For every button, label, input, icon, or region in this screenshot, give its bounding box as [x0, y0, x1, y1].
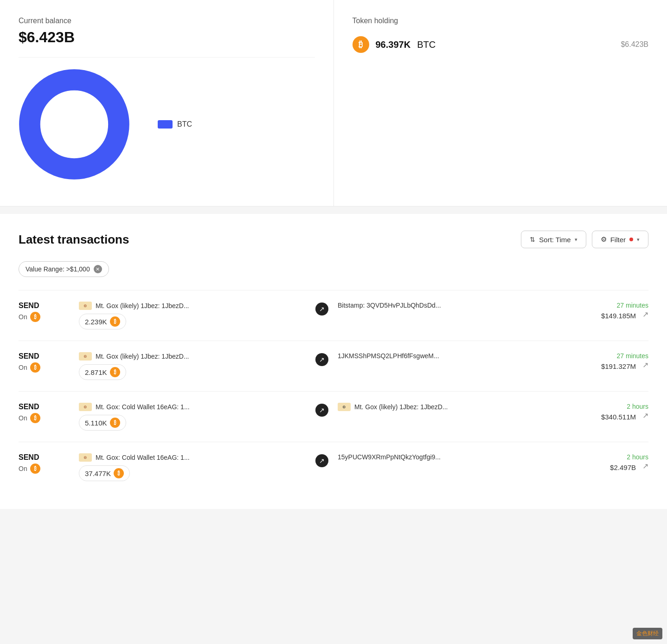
to-addr-text: 1JKMSShPMSQ2LPHf6fFsgweM...	[338, 352, 439, 360]
from-addr-text: Mt. Gox: Cold Wallet 16eAG: 1...	[96, 403, 190, 411]
tx-time-col: 2 hours $340.511M ↗	[574, 403, 648, 421]
tx-on: On ₿	[19, 413, 70, 423]
to-addr-text: 15yPUCW9XRmPpNtQkzYogtfgi9...	[338, 453, 441, 461]
arrow-icon: ↗	[315, 404, 328, 417]
from-addr-icon: ⊛	[79, 453, 92, 462]
from-addr-icon: ⊛	[79, 302, 92, 310]
tx-on: On ₿	[19, 464, 70, 474]
arrow-col: ↗	[315, 302, 328, 316]
balance-value: $6.423B	[19, 29, 315, 46]
token-amount: 96.397K	[376, 39, 411, 50]
sort-button[interactable]: ⇅ Sort: Time ▾	[521, 231, 586, 248]
btc-on-icon: ₿	[30, 362, 40, 373]
tx-to-addr: Bitstamp: 3QVD5HvPJLbQhDsDd...	[338, 302, 565, 309]
amount-btc-icon: ₿	[114, 468, 124, 478]
watermark: 金色财经	[633, 628, 662, 639]
tx-usd: $340.511M	[601, 413, 636, 421]
tx-type: SEND	[19, 403, 70, 411]
tx-amount: 2.239K	[85, 318, 107, 326]
tx-time-col: 27 minutes $191.327M ↗	[574, 352, 648, 370]
to-addr-text: Mt. Gox (likely) 1Jbez: 1JbezD...	[354, 403, 448, 411]
arrow-col: ↗	[315, 403, 328, 417]
tx-from-col: ⊛ Mt. Gox: Cold Wallet 16eAG: 1... 37.47…	[79, 453, 306, 481]
tx-usd: $2.497B	[610, 464, 636, 471]
transactions-title: Latest transactions	[19, 232, 521, 247]
tx-link-icon[interactable]: ↗	[642, 310, 648, 319]
table-row: SEND On ₿ ⊛ Mt. Gox: Cold Wallet 16eAG: …	[19, 391, 648, 442]
arrow-icon: ↗	[315, 454, 328, 467]
filter-chevron-icon: ▾	[637, 237, 640, 243]
token-row: ₿ 96.397K BTC $6.423B	[353, 36, 649, 53]
arrow-icon: ↗	[315, 303, 328, 316]
table-row: SEND On ₿ ⊛ Mt. Gox: Cold Wallet 16eAG: …	[19, 442, 648, 492]
from-addr-text: Mt. Gox (likely) 1Jbez: 1JbezD...	[96, 302, 189, 309]
token-usd-value: $6.423B	[621, 40, 648, 49]
tx-amount-badge: 2.239K ₿	[79, 314, 126, 329]
filter-chip-text: Value Range: >$1,000	[26, 265, 90, 273]
from-addr-icon: ⊛	[79, 352, 92, 361]
tx-link-icon[interactable]: ↗	[642, 411, 648, 420]
tx-link-icon[interactable]: ↗	[642, 361, 648, 369]
balance-label: Current balance	[19, 17, 315, 25]
token-title: Token holding	[353, 17, 649, 25]
arrow-col: ↗	[315, 352, 328, 366]
from-addr-text: Mt. Gox (likely) 1Jbez: 1JbezD...	[96, 353, 189, 360]
filter-chip: Value Range: >$1,000 ✕	[19, 261, 109, 277]
legend-color-btc	[158, 120, 173, 129]
tx-amount-badge: 5.110K ₿	[79, 415, 126, 431]
tx-type-col: SEND On ₿	[19, 302, 70, 322]
btc-icon: ₿	[353, 36, 369, 53]
amount-btc-icon: ₿	[110, 316, 120, 327]
tx-to-col: 15yPUCW9XRmPpNtQkzYogtfgi9...	[338, 453, 565, 461]
tx-time-col: 27 minutes $149.185M ↗	[574, 302, 648, 320]
tx-time: 2 hours	[574, 453, 648, 461]
tx-on: On ₿	[19, 312, 70, 322]
tx-from-col: ⊛ Mt. Gox: Cold Wallet 16eAG: 1... 5.110…	[79, 403, 306, 431]
token-symbol: BTC	[417, 39, 436, 50]
transaction-list: SEND On ₿ ⊛ Mt. Gox (likely) 1Jbez: 1Jbe…	[19, 290, 648, 492]
tx-to-addr: ⊛ Mt. Gox (likely) 1Jbez: 1JbezD...	[338, 403, 565, 411]
tx-type: SEND	[19, 453, 70, 462]
tx-type-col: SEND On ₿	[19, 453, 70, 474]
donut-chart	[19, 69, 130, 180]
tx-to-col: 1JKMSShPMSQ2LPHf6fFsgweM...	[338, 352, 565, 360]
chart-legend: BTC	[158, 120, 192, 129]
filter-chip-close[interactable]: ✕	[94, 265, 102, 273]
btc-on-icon: ₿	[30, 464, 40, 474]
arrow-col: ↗	[315, 453, 328, 467]
tx-amount: 37.477K	[85, 470, 111, 477]
tx-from-col: ⊛ Mt. Gox (likely) 1Jbez: 1JbezD... 2.23…	[79, 302, 306, 329]
tx-time: 27 minutes	[574, 352, 648, 360]
filter-active-dot	[629, 238, 633, 241]
tx-usd: $149.185M	[601, 312, 636, 320]
from-addr-text: Mt. Gox: Cold Wallet 16eAG: 1...	[96, 454, 190, 461]
tx-from-addr: ⊛ Mt. Gox (likely) 1Jbez: 1JbezD...	[79, 352, 306, 361]
tx-amount: 5.110K	[85, 419, 107, 427]
tx-amount-badge: 2.871K ₿	[79, 364, 126, 380]
tx-from-col: ⊛ Mt. Gox (likely) 1Jbez: 1JbezD... 2.87…	[79, 352, 306, 380]
sort-label: Sort: Time	[539, 236, 571, 244]
sort-icon: ⇅	[530, 236, 535, 243]
filter-label: Filter	[610, 236, 626, 244]
on-label: On	[19, 313, 27, 321]
on-label: On	[19, 414, 27, 422]
tx-to-col: Bitstamp: 3QVD5HvPJLbQhDsDd...	[338, 302, 565, 309]
tx-on: On ₿	[19, 362, 70, 373]
tx-time: 27 minutes	[574, 302, 648, 309]
btc-on-icon: ₿	[30, 413, 40, 423]
tx-to-col: ⊛ Mt. Gox (likely) 1Jbez: 1JbezD...	[338, 403, 565, 411]
btc-on-icon: ₿	[30, 312, 40, 322]
filter-icon: ⚙	[601, 235, 607, 244]
on-label: On	[19, 465, 27, 472]
tx-time: 2 hours	[574, 403, 648, 410]
tx-link-icon[interactable]: ↗	[642, 462, 648, 470]
table-row: SEND On ₿ ⊛ Mt. Gox (likely) 1Jbez: 1Jbe…	[19, 290, 648, 341]
filter-button[interactable]: ⚙ Filter ▾	[592, 231, 648, 248]
tx-type: SEND	[19, 352, 70, 361]
on-label: On	[19, 364, 27, 371]
tx-type-col: SEND On ₿	[19, 352, 70, 373]
amount-btc-icon: ₿	[110, 418, 120, 428]
tx-from-addr: ⊛ Mt. Gox (likely) 1Jbez: 1JbezD...	[79, 302, 306, 310]
tx-to-addr: 15yPUCW9XRmPpNtQkzYogtfgi9...	[338, 453, 565, 461]
to-addr-text: Bitstamp: 3QVD5HvPJLbQhDsDd...	[338, 302, 441, 309]
